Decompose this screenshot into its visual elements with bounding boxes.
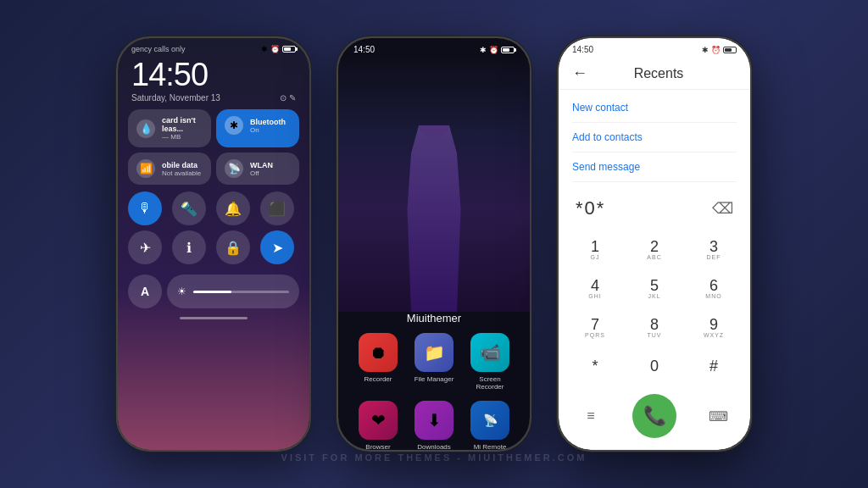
dialpad-toggle-button[interactable]: ⌨ bbox=[703, 401, 733, 431]
phone1-time: 14:50 bbox=[118, 57, 309, 93]
mobile-text: obile data Not available bbox=[162, 161, 201, 177]
phone2-bt-icon: ✱ bbox=[480, 46, 487, 54]
brightness-icon: ☀ bbox=[177, 286, 186, 297]
wlan-text: WLAN Off bbox=[250, 161, 273, 177]
lock-button[interactable]: 🔒 bbox=[216, 230, 250, 264]
app-filemanager[interactable]: 📁 File Manager bbox=[411, 333, 457, 391]
browser-label: Browser bbox=[365, 443, 390, 450]
app-screenrecorder[interactable]: 📹 Screen Recorder bbox=[467, 333, 513, 391]
phone1-screen: gency calls only ✱ ⏰ 14:50 Saturday, Nov… bbox=[118, 38, 309, 450]
phone3-header: ← Recents bbox=[559, 58, 750, 90]
add-to-contacts-action[interactable]: Add to contacts bbox=[572, 123, 737, 152]
dial-1[interactable]: 1 GJ bbox=[567, 231, 623, 267]
dial-4[interactable]: 4 GHI bbox=[567, 270, 623, 306]
phone-2: 14:50 ✱ ⏰ Miuithemer ⏺ bbox=[337, 36, 531, 452]
app-downloads[interactable]: ⬇ Downloads bbox=[411, 401, 457, 450]
location-button[interactable]: ➤ bbox=[260, 230, 294, 264]
info-button[interactable]: ℹ bbox=[172, 230, 206, 264]
phone1-status-icons: ✱ ⏰ bbox=[261, 45, 296, 53]
brightness-track bbox=[193, 291, 289, 293]
phone1-date: Saturday, November 13 bbox=[131, 93, 220, 103]
date-icons: ⊙ ✎ bbox=[280, 93, 296, 103]
phone3-alarm-icon: ⏰ bbox=[711, 46, 721, 54]
dial-9[interactable]: 9 WXYZ bbox=[686, 309, 742, 345]
figure-container bbox=[338, 58, 530, 312]
phone3-status-icons: ✱ ⏰ bbox=[702, 45, 737, 54]
send-message-action[interactable]: Send message bbox=[572, 152, 737, 182]
phone3-actions: New contact Add to contacts Send message bbox=[559, 90, 750, 186]
phone2-status-bar: 14:50 ✱ ⏰ bbox=[338, 38, 530, 58]
control-tiles-row2: 📶 obile data Not available 📡 WLAN Off bbox=[118, 147, 309, 185]
flashlight-button[interactable]: 🔦 bbox=[172, 191, 206, 225]
control-buttons-row2: ✈ ℹ 🔒 ➤ bbox=[118, 230, 309, 271]
phone2-wallpaper bbox=[338, 58, 530, 312]
phone3-bt-icon: ✱ bbox=[702, 46, 709, 54]
phone-1: gency calls only ✱ ⏰ 14:50 Saturday, Nov… bbox=[116, 36, 311, 452]
phone1-status-left: gency calls only bbox=[131, 45, 186, 53]
call-button[interactable]: 📞 bbox=[632, 394, 676, 438]
miremote-label: Mi Remote bbox=[474, 443, 507, 450]
control-tiles-row1: 💧 card isn't leas... — MB ✱ Bluetooth On bbox=[118, 109, 309, 147]
dial-2[interactable]: 2 ABC bbox=[626, 231, 682, 267]
phone2-status-icons: ✱ ⏰ bbox=[480, 45, 515, 54]
app-browser[interactable]: ❤ Browser bbox=[355, 401, 401, 450]
bluetooth-tile-text: Bluetooth On bbox=[250, 118, 286, 134]
bluetooth-icon: ✱ bbox=[261, 45, 268, 53]
wifi-icon: 📡 bbox=[225, 159, 243, 178]
delete-button[interactable]: ⌫ bbox=[712, 199, 733, 218]
browser-icon: ❤ bbox=[359, 401, 398, 440]
figure-head bbox=[420, 108, 449, 138]
dial-5[interactable]: 5 JKL bbox=[626, 270, 682, 306]
mobile-icon: 📶 bbox=[136, 159, 155, 178]
brightness-slider[interactable]: ☀ bbox=[167, 274, 299, 308]
battery-icon bbox=[282, 46, 296, 53]
control-buttons-row1: 🎙 🔦 🔔 ⬛ bbox=[118, 185, 309, 230]
microphone-button[interactable]: 🎙 bbox=[128, 191, 162, 225]
dial-6[interactable]: 6 MNO bbox=[686, 270, 742, 306]
phone3-battery bbox=[723, 47, 737, 53]
filemanager-icon: 📁 bbox=[415, 333, 453, 372]
dial-0[interactable]: 0 bbox=[626, 348, 682, 384]
phone3-status-bar: 14:50 ✱ ⏰ bbox=[559, 38, 750, 58]
recorder-label: Recorder bbox=[364, 375, 392, 383]
water-tile-text: card isn't leas... — MB bbox=[162, 116, 203, 141]
new-contact-action[interactable]: New contact bbox=[572, 93, 737, 123]
app-grid: ⏺ Recorder 📁 File Manager 📹 Screen Recor… bbox=[338, 333, 530, 450]
recorder-icon: ⏺ bbox=[359, 333, 398, 372]
screen-button[interactable]: ⬛ bbox=[260, 191, 294, 225]
water-tile[interactable]: 💧 card isn't leas... — MB bbox=[128, 109, 211, 147]
downloads-icon: ⬇ bbox=[415, 401, 453, 440]
home-indicator[interactable] bbox=[180, 317, 248, 319]
bluetooth-tile-icon: ✱ bbox=[225, 116, 243, 135]
dial-star[interactable]: * bbox=[567, 348, 623, 384]
phone2-time: 14:50 bbox=[353, 45, 375, 54]
phone1-date-row: Saturday, November 13 ⊙ ✎ bbox=[118, 93, 309, 109]
water-tile-icon: 💧 bbox=[136, 119, 155, 138]
phone2-screen: 14:50 ✱ ⏰ Miuithemer ⏺ bbox=[338, 38, 530, 450]
folder-label: Miuithemer bbox=[338, 312, 530, 324]
dial-7[interactable]: 7 PQRS bbox=[567, 309, 623, 345]
mobile-tile[interactable]: 📶 obile data Not available bbox=[128, 152, 211, 185]
phone2-alarm-icon: ⏰ bbox=[489, 46, 498, 54]
phone3-display: *0* ⌫ bbox=[559, 189, 750, 228]
app-recorder[interactable]: ⏺ Recorder bbox=[355, 333, 401, 391]
phone3-bottom-bar: ≡ 📞 ⌨ bbox=[559, 387, 750, 445]
bell-button[interactable]: 🔔 bbox=[216, 191, 250, 225]
bluetooth-tile[interactable]: ✱ Bluetooth On bbox=[216, 109, 299, 147]
phone3-time: 14:50 bbox=[572, 45, 593, 54]
dialpad-icon: ⌨ bbox=[709, 408, 728, 424]
dial-8[interactable]: 8 TUV bbox=[626, 309, 682, 345]
menu-button[interactable]: ≡ bbox=[576, 401, 606, 431]
app-miremote[interactable]: 📡 Mi Remote bbox=[467, 401, 513, 450]
wlan-tile[interactable]: 📡 WLAN Off bbox=[216, 152, 299, 185]
dial-hash[interactable]: # bbox=[686, 348, 742, 384]
a-button[interactable]: A bbox=[128, 274, 162, 308]
phone2-battery bbox=[501, 47, 515, 53]
screenrecorder-label: Screen Recorder bbox=[467, 375, 513, 391]
back-button[interactable]: ← bbox=[572, 64, 587, 82]
figure-silhouette bbox=[396, 125, 472, 312]
menu-icon: ≡ bbox=[587, 408, 594, 424]
dial-3[interactable]: 3 DEF bbox=[686, 231, 742, 267]
alarm-icon: ⏰ bbox=[270, 45, 280, 53]
airplane-button[interactable]: ✈ bbox=[128, 230, 162, 264]
